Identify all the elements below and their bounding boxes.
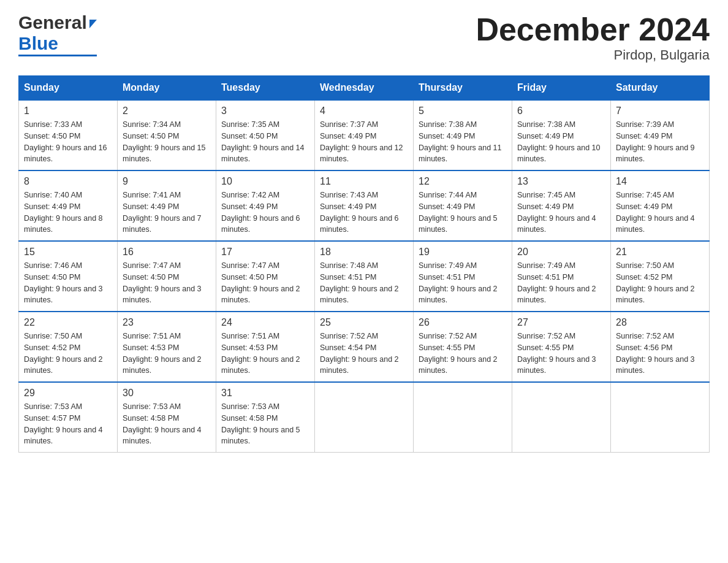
calendar-week-row: 22 Sunrise: 7:50 AMSunset: 4:52 PMDaylig… bbox=[19, 312, 710, 382]
day-info: Sunrise: 7:35 AMSunset: 4:50 PMDaylight:… bbox=[221, 120, 305, 163]
day-info: Sunrise: 7:53 AMSunset: 4:57 PMDaylight:… bbox=[24, 402, 103, 445]
calendar-table: Sunday Monday Tuesday Wednesday Thursday… bbox=[18, 75, 710, 453]
day-info: Sunrise: 7:46 AMSunset: 4:50 PMDaylight:… bbox=[24, 261, 103, 304]
day-info: Sunrise: 7:51 AMSunset: 4:53 PMDaylight:… bbox=[221, 332, 300, 375]
day-number: 24 bbox=[221, 317, 309, 328]
table-row: 5 Sunrise: 7:38 AMSunset: 4:49 PMDayligh… bbox=[414, 100, 512, 170]
day-number: 4 bbox=[320, 105, 408, 117]
day-info: Sunrise: 7:39 AMSunset: 4:49 PMDaylight:… bbox=[616, 120, 695, 163]
day-number: 17 bbox=[221, 247, 309, 258]
day-info: Sunrise: 7:52 AMSunset: 4:55 PMDaylight:… bbox=[517, 332, 596, 375]
day-info: Sunrise: 7:43 AMSunset: 4:49 PMDaylight:… bbox=[320, 191, 399, 234]
calendar-week-row: 1 Sunrise: 7:33 AMSunset: 4:50 PMDayligh… bbox=[19, 100, 710, 170]
table-row: 9 Sunrise: 7:41 AMSunset: 4:49 PMDayligh… bbox=[118, 170, 216, 241]
day-info: Sunrise: 7:52 AMSunset: 4:54 PMDaylight:… bbox=[320, 332, 399, 375]
table-row: 30 Sunrise: 7:53 AMSunset: 4:58 PMDaylig… bbox=[118, 382, 216, 453]
logo-general-text: General bbox=[18, 12, 87, 33]
day-number: 6 bbox=[517, 105, 605, 117]
day-number: 18 bbox=[320, 247, 408, 258]
month-title: December 2024 bbox=[476, 12, 710, 47]
day-info: Sunrise: 7:34 AMSunset: 4:50 PMDaylight:… bbox=[123, 120, 206, 163]
day-info: Sunrise: 7:33 AMSunset: 4:50 PMDaylight:… bbox=[24, 120, 107, 163]
day-number: 26 bbox=[419, 317, 507, 328]
day-info: Sunrise: 7:38 AMSunset: 4:49 PMDaylight:… bbox=[419, 120, 502, 163]
day-info: Sunrise: 7:53 AMSunset: 4:58 PMDaylight:… bbox=[123, 402, 202, 445]
table-row: 19 Sunrise: 7:49 AMSunset: 4:51 PMDaylig… bbox=[414, 241, 512, 312]
day-number: 3 bbox=[221, 105, 309, 117]
header-saturday: Saturday bbox=[611, 76, 710, 101]
day-info: Sunrise: 7:41 AMSunset: 4:49 PMDaylight:… bbox=[123, 191, 202, 234]
header-wednesday: Wednesday bbox=[315, 76, 414, 101]
day-info: Sunrise: 7:52 AMSunset: 4:56 PMDaylight:… bbox=[616, 332, 695, 375]
table-row bbox=[512, 382, 611, 453]
table-row: 8 Sunrise: 7:40 AMSunset: 4:49 PMDayligh… bbox=[19, 170, 118, 241]
table-row: 24 Sunrise: 7:51 AMSunset: 4:53 PMDaylig… bbox=[216, 312, 315, 382]
day-number: 21 bbox=[616, 247, 704, 258]
table-row bbox=[414, 382, 512, 453]
table-row: 7 Sunrise: 7:39 AMSunset: 4:49 PMDayligh… bbox=[611, 100, 710, 170]
day-info: Sunrise: 7:50 AMSunset: 4:52 PMDaylight:… bbox=[24, 332, 103, 375]
table-row: 18 Sunrise: 7:48 AMSunset: 4:51 PMDaylig… bbox=[315, 241, 414, 312]
table-row bbox=[315, 382, 414, 453]
day-number: 20 bbox=[517, 247, 605, 258]
day-number: 9 bbox=[123, 176, 211, 187]
table-row: 17 Sunrise: 7:47 AMSunset: 4:50 PMDaylig… bbox=[216, 241, 315, 312]
day-number: 15 bbox=[24, 247, 112, 258]
day-number: 16 bbox=[123, 247, 211, 258]
logo: General Blue bbox=[18, 12, 97, 56]
day-info: Sunrise: 7:38 AMSunset: 4:49 PMDaylight:… bbox=[517, 120, 601, 163]
day-info: Sunrise: 7:48 AMSunset: 4:51 PMDaylight:… bbox=[320, 261, 399, 304]
day-number: 2 bbox=[123, 105, 211, 117]
calendar-week-row: 8 Sunrise: 7:40 AMSunset: 4:49 PMDayligh… bbox=[19, 170, 710, 241]
table-row: 22 Sunrise: 7:50 AMSunset: 4:52 PMDaylig… bbox=[19, 312, 118, 382]
table-row: 14 Sunrise: 7:45 AMSunset: 4:49 PMDaylig… bbox=[611, 170, 710, 241]
calendar-week-row: 15 Sunrise: 7:46 AMSunset: 4:50 PMDaylig… bbox=[19, 241, 710, 312]
calendar-week-row: 29 Sunrise: 7:53 AMSunset: 4:57 PMDaylig… bbox=[19, 382, 710, 453]
day-info: Sunrise: 7:47 AMSunset: 4:50 PMDaylight:… bbox=[221, 261, 300, 304]
logo-underline bbox=[18, 55, 97, 56]
header-friday: Friday bbox=[512, 76, 611, 101]
table-row: 21 Sunrise: 7:50 AMSunset: 4:52 PMDaylig… bbox=[611, 241, 710, 312]
table-row: 11 Sunrise: 7:43 AMSunset: 4:49 PMDaylig… bbox=[315, 170, 414, 241]
table-row: 2 Sunrise: 7:34 AMSunset: 4:50 PMDayligh… bbox=[118, 100, 216, 170]
page-header: General Blue December 2024 Pirdop, Bulga… bbox=[18, 12, 710, 63]
table-row: 27 Sunrise: 7:52 AMSunset: 4:55 PMDaylig… bbox=[512, 312, 611, 382]
day-info: Sunrise: 7:45 AMSunset: 4:49 PMDaylight:… bbox=[517, 191, 596, 234]
day-info: Sunrise: 7:49 AMSunset: 4:51 PMDaylight:… bbox=[419, 261, 498, 304]
table-row: 31 Sunrise: 7:53 AMSunset: 4:58 PMDaylig… bbox=[216, 382, 315, 453]
day-info: Sunrise: 7:44 AMSunset: 4:49 PMDaylight:… bbox=[419, 191, 498, 234]
day-number: 23 bbox=[123, 317, 211, 328]
day-number: 12 bbox=[419, 176, 507, 187]
table-row: 20 Sunrise: 7:49 AMSunset: 4:51 PMDaylig… bbox=[512, 241, 611, 312]
day-number: 29 bbox=[24, 388, 112, 399]
day-info: Sunrise: 7:45 AMSunset: 4:49 PMDaylight:… bbox=[616, 191, 695, 234]
table-row: 23 Sunrise: 7:51 AMSunset: 4:53 PMDaylig… bbox=[118, 312, 216, 382]
day-info: Sunrise: 7:50 AMSunset: 4:52 PMDaylight:… bbox=[616, 261, 695, 304]
day-number: 28 bbox=[616, 317, 704, 328]
table-row: 15 Sunrise: 7:46 AMSunset: 4:50 PMDaylig… bbox=[19, 241, 118, 312]
day-info: Sunrise: 7:52 AMSunset: 4:55 PMDaylight:… bbox=[419, 332, 498, 375]
day-number: 8 bbox=[24, 176, 112, 187]
table-row: 13 Sunrise: 7:45 AMSunset: 4:49 PMDaylig… bbox=[512, 170, 611, 241]
table-row: 25 Sunrise: 7:52 AMSunset: 4:54 PMDaylig… bbox=[315, 312, 414, 382]
day-info: Sunrise: 7:40 AMSunset: 4:49 PMDaylight:… bbox=[24, 191, 103, 234]
day-number: 25 bbox=[320, 317, 408, 328]
table-row: 16 Sunrise: 7:47 AMSunset: 4:50 PMDaylig… bbox=[118, 241, 216, 312]
table-row: 28 Sunrise: 7:52 AMSunset: 4:56 PMDaylig… bbox=[611, 312, 710, 382]
table-row bbox=[611, 382, 710, 453]
logo-arrow-icon bbox=[89, 20, 97, 28]
table-row: 6 Sunrise: 7:38 AMSunset: 4:49 PMDayligh… bbox=[512, 100, 611, 170]
header-monday: Monday bbox=[118, 76, 216, 101]
table-row: 1 Sunrise: 7:33 AMSunset: 4:50 PMDayligh… bbox=[19, 100, 118, 170]
header-tuesday: Tuesday bbox=[216, 76, 315, 101]
day-number: 11 bbox=[320, 176, 408, 187]
day-number: 27 bbox=[517, 317, 605, 328]
day-number: 13 bbox=[517, 176, 605, 187]
table-row: 4 Sunrise: 7:37 AMSunset: 4:49 PMDayligh… bbox=[315, 100, 414, 170]
day-info: Sunrise: 7:37 AMSunset: 4:49 PMDaylight:… bbox=[320, 120, 403, 163]
table-row: 26 Sunrise: 7:52 AMSunset: 4:55 PMDaylig… bbox=[414, 312, 512, 382]
day-number: 19 bbox=[419, 247, 507, 258]
day-number: 30 bbox=[123, 388, 211, 399]
day-number: 7 bbox=[616, 105, 704, 117]
table-row: 29 Sunrise: 7:53 AMSunset: 4:57 PMDaylig… bbox=[19, 382, 118, 453]
